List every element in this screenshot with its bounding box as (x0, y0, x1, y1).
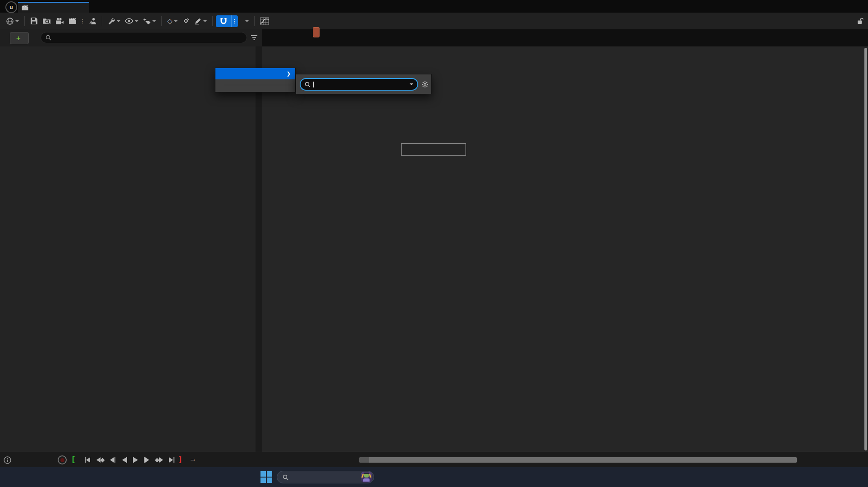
search-icon (305, 82, 311, 87)
actor-picker-button[interactable] (86, 15, 99, 28)
unlocked-icon[interactable] (857, 18, 863, 24)
tooltip (401, 143, 466, 156)
save-button[interactable] (28, 15, 40, 28)
vertical-scrollbar[interactable] (864, 48, 867, 450)
maximize-button[interactable] (831, 0, 849, 13)
add-track-button[interactable]: ＋ (10, 32, 29, 44)
previous-key-button[interactable] (95, 455, 105, 464)
windows-taskbar (0, 467, 868, 487)
playhead-marker[interactable] (313, 27, 320, 37)
keyframe-options-button[interactable]: ◇ (165, 15, 180, 28)
search-icon (283, 474, 288, 480)
transport-bar: [ ] → (0, 452, 868, 468)
curve-editor-button[interactable] (258, 15, 271, 28)
chevron-down-icon (245, 20, 249, 22)
submenu-arrow-icon: ❯ (287, 71, 291, 77)
sequencer-toolbar: ⋮ ◇ ⋮ (0, 13, 868, 30)
render-movie-button[interactable] (66, 15, 79, 28)
horizontal-scrollbar[interactable] (359, 457, 797, 463)
track-search-input[interactable] (41, 32, 247, 43)
search-icon (46, 35, 51, 41)
clapperboard-icon (22, 5, 28, 11)
chevron-down-icon (135, 20, 138, 22)
snapping-options-icon[interactable]: ⋮ (231, 15, 238, 27)
chevron-down-icon[interactable] (410, 83, 413, 85)
gear-icon[interactable] (421, 81, 429, 88)
sequencer-window: u ⋮ ◇ ⋮ (0, 0, 868, 487)
next-key-button[interactable] (154, 455, 164, 464)
play-button[interactable] (130, 455, 140, 464)
picker-search-input[interactable] (300, 78, 418, 91)
binding-picker-popup (296, 74, 432, 94)
jump-arrow-icon[interactable]: → (189, 455, 196, 463)
create-camera-button[interactable] (53, 15, 66, 28)
windows-start-button[interactable] (260, 471, 272, 483)
text-cursor (313, 82, 314, 87)
timeline-track-area (262, 46, 868, 452)
track-panel-header: ＋ (0, 29, 262, 46)
menu-item-new-binding[interactable]: ❯ (215, 68, 295, 79)
menu-section-existing-bindings (215, 79, 295, 90)
more-options-icon[interactable]: ⋮ (79, 15, 86, 28)
timeline-ruler[interactable] (262, 29, 868, 47)
view-options-eye-button[interactable] (123, 15, 141, 28)
title-bar: u (0, 0, 868, 13)
find-in-content-browser-button[interactable] (40, 15, 53, 28)
close-button[interactable] (850, 0, 868, 13)
record-button[interactable] (58, 455, 67, 464)
info-icon[interactable] (3, 455, 12, 464)
go-to-end-button[interactable] (166, 455, 177, 464)
step-forward-button[interactable] (141, 455, 152, 464)
playback-options-button[interactable] (141, 15, 158, 28)
world-outliner-button[interactable] (4, 15, 21, 28)
search-highlight-icon (361, 472, 372, 482)
step-back-button[interactable] (107, 455, 118, 464)
go-to-front-button[interactable] (82, 455, 93, 464)
fps-dropdown[interactable] (242, 15, 251, 28)
edit-mode-pen-button[interactable] (192, 15, 209, 28)
binding-context-menu: ❯ (215, 68, 296, 92)
filter-icon[interactable] (251, 35, 258, 41)
snapping-magnet-toggle[interactable] (216, 15, 231, 27)
minimize-button[interactable] (812, 0, 830, 13)
track-list-panel (0, 46, 262, 452)
settings-wrench-button[interactable] (105, 15, 123, 28)
plus-icon: ＋ (15, 34, 22, 42)
chevron-down-icon (117, 20, 120, 22)
tab-sequencer[interactable] (18, 2, 89, 13)
playback-range-in-bracket[interactable]: [ (72, 455, 75, 464)
chevron-down-icon (203, 20, 207, 22)
section-divider (224, 85, 291, 85)
chevron-down-icon (152, 20, 156, 22)
auto-key-button[interactable] (180, 15, 192, 28)
panel-splitter[interactable] (256, 46, 262, 452)
unreal-logo-icon[interactable]: u (5, 1, 17, 13)
taskbar-search-box[interactable] (277, 471, 374, 483)
chevron-down-icon (174, 20, 178, 22)
play-reverse-button[interactable] (119, 455, 129, 464)
chevron-down-icon (15, 20, 19, 22)
playback-range-out-bracket[interactable]: ] (179, 455, 182, 464)
